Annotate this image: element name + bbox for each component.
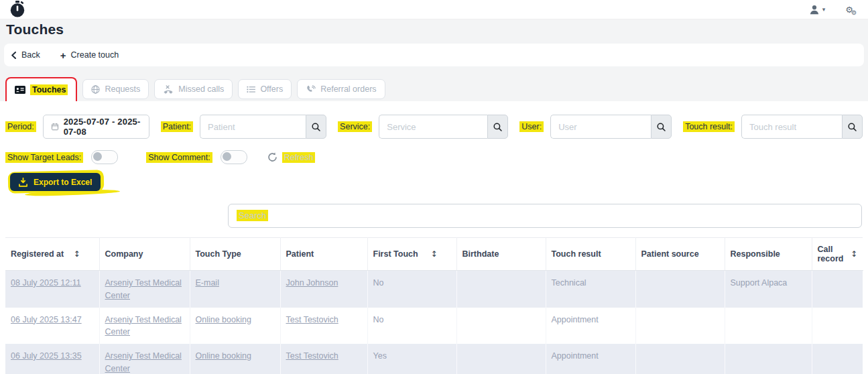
patient-link[interactable]: Test Testovich [286, 315, 338, 324]
chevron-left-icon [11, 52, 17, 59]
column-header-first_touch[interactable]: First Touch↕ [367, 238, 456, 271]
missed-call-icon [163, 85, 174, 94]
filter-period: Period: 2025-07-07 - 2025-07-08 [5, 115, 149, 139]
cell-touch_type: Online booking [190, 308, 280, 345]
company-link[interactable]: Arseniy Test Medical Center [105, 278, 182, 300]
touch-result-search-button[interactable] [842, 115, 863, 139]
cell-touch_type: Online booking [190, 344, 280, 374]
calendar-icon [52, 122, 58, 131]
list-icon [247, 86, 255, 93]
create-touch-button[interactable]: + Create touch [60, 50, 119, 60]
cell-registered_at: 06 July 2025 13:47 [5, 308, 99, 345]
cell-call_record [812, 344, 863, 374]
patient-link[interactable]: John Johnson [286, 278, 338, 288]
show-target-leads-toggle[interactable] [91, 150, 118, 164]
search-input[interactable] [229, 204, 861, 227]
cell-patient: Test Testovich [280, 308, 367, 345]
service-label: Service: [338, 121, 372, 132]
touch-result-input[interactable] [741, 115, 842, 139]
back-button[interactable]: Back [11, 50, 40, 60]
toggle-knob [223, 152, 231, 161]
tab-offers[interactable]: Offers [238, 79, 292, 99]
touch_type-link[interactable]: E-mail [196, 278, 219, 288]
registered_at-link[interactable]: 06 July 2025 13:47 [11, 315, 82, 324]
column-header-patient: Patient [280, 238, 367, 271]
registered_at-link[interactable]: 06 July 2025 13:35 [11, 351, 82, 361]
touch-result-label: Touch result: [683, 121, 735, 132]
patient-input[interactable] [200, 115, 306, 139]
cell-touch_result: Technical [546, 271, 635, 308]
registered_at-link[interactable]: 08 July 2025 12:11 [11, 278, 81, 288]
table-header-row: Registered at↕CompanyTouch TypePatientFi… [5, 238, 863, 271]
search-icon [493, 123, 502, 131]
column-header-company: Company [99, 238, 190, 271]
column-header-call_record[interactable]: Call record↕ [812, 238, 863, 271]
tab-referral-orders[interactable]: Referral orders [297, 79, 385, 99]
company-link[interactable]: Arseniy Test Medical Center [105, 315, 182, 337]
cell-company: Arseniy Test Medical Center [99, 308, 190, 345]
touch_type-link[interactable]: Online booking [196, 351, 251, 361]
search-box: Search [228, 204, 862, 228]
user-search-button[interactable] [651, 115, 672, 139]
cell-patient_source [635, 344, 725, 374]
service-search-button[interactable] [487, 115, 508, 139]
user-menu-button[interactable]: ▾ [809, 5, 826, 15]
patient-link[interactable]: Test Testovich [286, 351, 338, 361]
column-label: Touch result [552, 249, 601, 259]
cell-registered_at: 08 July 2025 12:11 [5, 271, 99, 308]
cell-birthdate [456, 271, 546, 308]
gears-settings-icon[interactable]: ⚙⚙ [845, 4, 859, 15]
filters-row: Period: 2025-07-07 - 2025-07-08 Patient: [0, 101, 868, 139]
company-link[interactable]: Arseniy Test Medical Center [105, 351, 182, 373]
touches-page: ▾ ⚙⚙ Touches Back + Create touch Touches… [0, 0, 868, 374]
touches-table-wrap: Registered at↕CompanyTouch TypePatientFi… [5, 237, 863, 374]
tab-requests[interactable]: Requests [82, 79, 149, 99]
cell-registered_at: 06 July 2025 13:35 [5, 344, 99, 374]
patient-label: Patient: [161, 121, 193, 132]
cell-patient_source [635, 271, 725, 308]
period-value: 2025-07-07 - 2025-07-08 [64, 117, 141, 137]
column-header-registered_at[interactable]: Registered at↕ [5, 238, 99, 271]
column-label: First Touch [373, 249, 418, 259]
tab-missed-calls[interactable]: Missed calls [154, 79, 233, 99]
service-input[interactable] [379, 115, 487, 139]
user-input[interactable] [550, 115, 651, 139]
cell-responsible [725, 344, 812, 374]
column-label: Call record [818, 245, 849, 263]
show-target-leads-label: Show Target Leads: [5, 152, 83, 163]
cell-company: Arseniy Test Medical Center [99, 271, 190, 308]
show-comment-label: Show Comment: [146, 152, 212, 163]
tab-touches[interactable]: Touches [5, 77, 77, 101]
plus-icon: + [60, 50, 66, 60]
show-comment-toggle[interactable] [221, 150, 247, 164]
column-label: Patient [286, 249, 314, 259]
sort-icon[interactable]: ↕ [430, 249, 437, 259]
cell-first_touch: No [367, 271, 456, 308]
filter-user: User: [519, 115, 672, 139]
person-icon [809, 5, 820, 15]
filter-service: Service: [338, 115, 508, 139]
title-bar: Touches [0, 19, 868, 44]
touch_type-link[interactable]: Online booking [196, 315, 251, 324]
tab-label: Requests [105, 84, 140, 94]
toggle-knob [93, 152, 102, 161]
sort-icon[interactable]: ↕ [851, 249, 857, 259]
top-bar: ▾ ⚙⚙ [0, 0, 868, 19]
stopwatch-logo-icon[interactable] [9, 1, 25, 18]
cell-call_record [812, 308, 863, 345]
touches-panel: Period: 2025-07-07 - 2025-07-08 Patient: [0, 101, 868, 374]
cell-company: Arseniy Test Medical Center [99, 344, 190, 374]
column-label: Patient source [641, 249, 699, 259]
cell-patient: John Johnson [280, 271, 367, 308]
refresh-label: Refresh [282, 152, 316, 163]
export-to-excel-button[interactable]: Export to Excel [10, 173, 101, 191]
column-header-patient_source: Patient source [635, 238, 725, 271]
action-toolbar: Back + Create touch [4, 44, 864, 66]
download-icon [19, 178, 27, 187]
refresh-button[interactable]: Refresh [267, 152, 316, 163]
search-icon [312, 123, 320, 131]
sort-icon[interactable]: ↕ [73, 249, 80, 259]
patient-search-button[interactable] [306, 115, 326, 139]
period-date-range-input[interactable]: 2025-07-07 - 2025-07-08 [43, 115, 149, 139]
column-label: Registered at [11, 249, 64, 259]
